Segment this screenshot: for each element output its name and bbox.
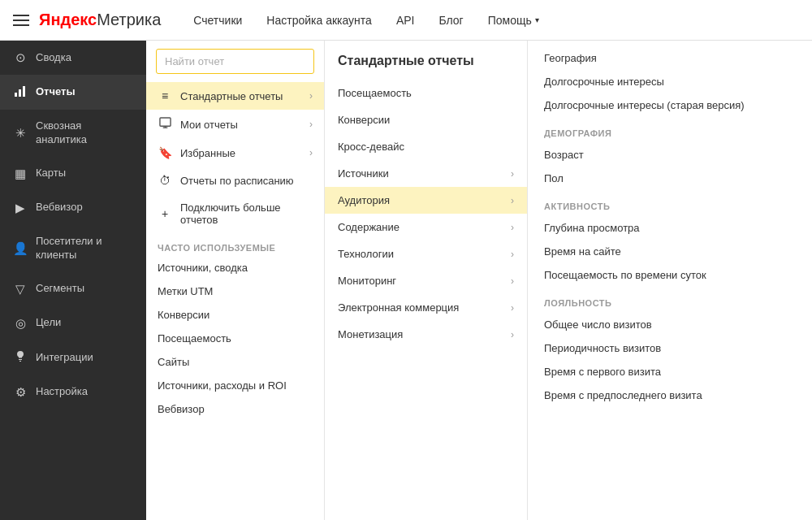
menu-item-add[interactable]: + Подключить больше отчетов xyxy=(146,194,324,233)
standard-icon: ≡ xyxy=(158,89,172,102)
right-item-age[interactable]: Возраст xyxy=(544,143,796,167)
freq-item-webvisor[interactable]: Вебвизор xyxy=(146,397,324,421)
menu-item-scheduled[interactable]: ⏱ Отчеты по расписанию xyxy=(146,167,324,194)
freq-item-sources-roi[interactable]: Источники, расходы и ROI xyxy=(146,374,324,397)
sidebar-item-webvisor[interactable]: ▶ Вебвизор xyxy=(0,191,146,225)
add-icon: + xyxy=(158,207,172,220)
submenu-item-crossdevice[interactable]: Кросс-девайс xyxy=(325,133,527,160)
favorites-icon: 🔖 xyxy=(158,146,172,159)
svg-rect-3 xyxy=(159,118,170,126)
submenu-item-technologies[interactable]: Технологии › xyxy=(325,240,527,267)
nav-account[interactable]: Настройка аккаунта xyxy=(266,14,372,27)
submenu-item-conversions[interactable]: Конверсии xyxy=(325,106,527,133)
nav-api[interactable]: API xyxy=(396,14,415,27)
freq-item-utm[interactable]: Метки UTM xyxy=(146,280,324,303)
svg-rect-1 xyxy=(19,89,21,97)
freq-item-sources-summary[interactable]: Источники, сводка xyxy=(146,256,324,280)
search-input[interactable] xyxy=(156,49,314,74)
chevron-right-icon: › xyxy=(309,147,313,158)
right-item-geography[interactable]: География xyxy=(544,49,796,70)
nav-counters[interactable]: Счетчики xyxy=(193,14,242,27)
sidebar-item-settings[interactable]: ⚙ Настройка xyxy=(0,375,146,410)
right-item-time-of-day[interactable]: Посещаемость по времени суток xyxy=(544,263,796,287)
right-item-time-last-visit[interactable]: Время с предпоследнего визита xyxy=(544,384,796,407)
freq-item-attendance[interactable]: Посещаемость xyxy=(146,327,324,350)
submenu-item-content[interactable]: Содержание › xyxy=(325,214,527,240)
menu-item-standard[interactable]: ≡ Стандартные отчеты › xyxy=(146,82,324,110)
submenu-item-monitoring[interactable]: Мониторинг › xyxy=(325,267,527,294)
reports-icon xyxy=(13,84,28,100)
sidebar-item-label: Интеграции xyxy=(36,351,93,365)
top-nav-links: Счетчики Настройка аккаунта API Блог Пом… xyxy=(193,14,799,27)
analytics-icon: ✳ xyxy=(13,126,28,141)
right-item-depth[interactable]: Глубина просмотра xyxy=(544,216,796,240)
summary-icon: ⊙ xyxy=(13,50,28,65)
chevron-right-icon: › xyxy=(511,168,514,180)
submenu-item-ecommerce[interactable]: Электронная коммерция › xyxy=(325,294,527,321)
submenu-item-monetization[interactable]: Монетизация › xyxy=(325,321,527,348)
sidebar-item-label: Отчеты xyxy=(36,85,76,99)
sidebar-item-maps[interactable]: ▦ Карты xyxy=(0,157,146,191)
sidebar-item-reports[interactable]: Отчеты xyxy=(0,75,146,110)
logo-yandex: Яндекс xyxy=(39,11,97,29)
submenu-item-audience[interactable]: Аудитория › xyxy=(325,187,527,214)
submenu-panel-title: Стандартные отчеты xyxy=(325,49,527,80)
hamburger-button[interactable] xyxy=(13,15,29,26)
sidebar-item-analytics[interactable]: ✳ Сквозная аналитика xyxy=(0,110,146,157)
sidebar-item-integrations[interactable]: Интеграции xyxy=(0,340,146,375)
menu-item-my[interactable]: Мои отчеты › xyxy=(146,110,324,139)
settings-icon: ⚙ xyxy=(13,385,28,400)
main-layout: ⊙ Сводка Отчеты ✳ Сквозная аналитика ▦ К… xyxy=(0,41,812,520)
scheduled-icon: ⏱ xyxy=(158,174,172,187)
sidebar-item-visitors[interactable]: 👤 Посетители и клиенты xyxy=(0,225,146,272)
svg-rect-0 xyxy=(15,93,17,97)
logo-metrika: Метрика xyxy=(97,11,161,29)
chevron-down-icon: ▾ xyxy=(535,15,539,24)
sidebar-item-label: Вебвизор xyxy=(36,201,83,214)
integrations-icon xyxy=(13,350,28,366)
my-reports-icon xyxy=(158,117,172,132)
activity-label: АКТИВНОСТЬ xyxy=(544,190,796,216)
sidebar-item-label: Карты xyxy=(36,167,66,180)
submenu-item-sources[interactable]: Источники › xyxy=(325,160,527,187)
freq-item-conversions[interactable]: Конверсии xyxy=(146,303,324,327)
content-area: ≡ Стандартные отчеты › Мои отчеты › 🔖 Из… xyxy=(146,41,812,520)
visitors-icon: 👤 xyxy=(13,241,28,256)
sidebar-item-label: Сегменты xyxy=(36,282,84,296)
right-item-visit-frequency[interactable]: Периодичность визитов xyxy=(544,336,796,360)
chevron-right-icon: › xyxy=(511,275,514,287)
sidebar-item-label: Сквозная аналитика xyxy=(36,119,133,147)
segments-icon: ▽ xyxy=(13,282,28,297)
goals-icon: ◎ xyxy=(13,316,28,331)
right-item-total-visits[interactable]: Общее число визитов xyxy=(544,313,796,336)
submenu-item-attendance[interactable]: Посещаемость xyxy=(325,80,527,106)
chevron-right-icon: › xyxy=(511,302,514,314)
sidebar-item-label: Сводка xyxy=(36,51,71,65)
sidebar-item-summary[interactable]: ⊙ Сводка xyxy=(0,41,146,75)
webvisor-icon: ▶ xyxy=(13,201,28,215)
right-item-gender[interactable]: Пол xyxy=(544,167,796,190)
maps-icon: ▦ xyxy=(13,167,28,181)
chevron-right-icon: › xyxy=(309,90,313,102)
right-panel: География Долгосрочные интересы Долгосро… xyxy=(528,41,812,520)
sidebar-item-label: Цели xyxy=(36,316,61,330)
right-item-interests[interactable]: Долгосрочные интересы xyxy=(544,70,796,93)
nav-help[interactable]: Помощь ▾ xyxy=(488,14,539,27)
chevron-right-icon: › xyxy=(309,119,313,130)
right-item-time-first-visit[interactable]: Время с первого визита xyxy=(544,360,796,384)
frequently-used-label: ЧАСТО ИСПОЛЬЗУЕМЫЕ xyxy=(146,233,324,256)
right-item-interests-old[interactable]: Долгосрочные интересы (старая версия) xyxy=(544,93,796,117)
sidebar-item-goals[interactable]: ◎ Цели xyxy=(0,306,146,340)
sidebar: ⊙ Сводка Отчеты ✳ Сквозная аналитика ▦ К… xyxy=(0,41,146,520)
nav-blog[interactable]: Блог xyxy=(438,14,463,27)
menu-item-favorites[interactable]: 🔖 Избранные › xyxy=(146,139,324,167)
right-item-time-on-site[interactable]: Время на сайте xyxy=(544,240,796,263)
logo: Яндекс Метрика xyxy=(39,11,161,29)
freq-item-sites[interactable]: Сайты xyxy=(146,350,324,374)
reports-panel: ≡ Стандартные отчеты › Мои отчеты › 🔖 Из… xyxy=(146,41,325,520)
chevron-right-icon: › xyxy=(511,195,514,206)
sidebar-item-segments[interactable]: ▽ Сегменты xyxy=(0,272,146,306)
search-box xyxy=(156,49,314,74)
chevron-right-icon: › xyxy=(511,329,514,340)
chevron-right-icon: › xyxy=(511,222,514,233)
